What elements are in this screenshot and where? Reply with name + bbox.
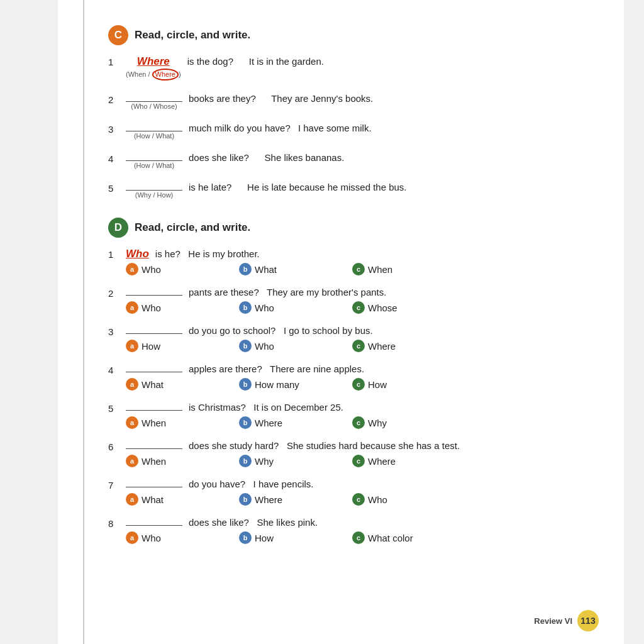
option-badge-d3-a: a (126, 340, 138, 352)
section-d: D Read, circle, and write. 1 Who is he? … (108, 218, 586, 544)
blank-d3 (126, 333, 182, 334)
option-d4-c: c How (352, 378, 465, 391)
q-sentence-d3: do you go to school? I go to school by b… (189, 325, 373, 336)
option-text-d1-a: Who (142, 264, 161, 275)
option-badge-d4-b: b (239, 378, 252, 391)
option-text-d2-a: Who (142, 303, 161, 313)
options-d8: a Who b How c What color (126, 531, 586, 544)
hint-c2: (Who / Whose) (131, 103, 177, 110)
blank-c2 (126, 101, 182, 102)
q-content-c2: (Who / Whose) books are they? They are J… (126, 93, 373, 110)
option-text-d7-c: Who (368, 494, 387, 505)
section-d-header: D Read, circle, and write. (108, 218, 586, 238)
footer-label: Review VI (534, 616, 572, 626)
q-sentence-d4: apples are there? There are nine apples. (189, 364, 364, 374)
option-badge-d6-c: c (352, 455, 365, 467)
option-d2-a: a Who (126, 301, 239, 314)
blank-area-c3: (How / What) (126, 131, 182, 140)
q-answer-c2: They are Jenny's books. (261, 93, 374, 104)
q-sentence-d8: does she like? She likes pink. (189, 517, 318, 528)
option-d2-c: c Whose (352, 301, 465, 314)
option-badge-d7-c: c (352, 493, 365, 506)
q-num-d2: 2 (108, 287, 126, 299)
option-d3-b: b Who (239, 340, 352, 352)
blank-d6 (126, 448, 182, 449)
q-row-d8: 8 does she like? She likes pink. (108, 517, 586, 529)
option-badge-d6-a: a (126, 455, 138, 467)
q-sentence-d2: pants are these? They are my brother's p… (189, 287, 386, 297)
section-d-q8: 8 does she like? She likes pink. a Who b… (108, 517, 586, 544)
section-d-q3: 3 do you go to school? I go to school by… (108, 325, 586, 352)
q-num-c2: 2 (108, 93, 126, 105)
option-badge-d5-c: c (352, 416, 365, 429)
option-text-d6-b: Why (255, 456, 274, 467)
q-sentence-d5: is Christmas? It is on December 25. (189, 402, 343, 413)
option-text-d6-a: When (142, 456, 166, 467)
blank-c4 (126, 160, 182, 161)
option-badge-d6-b: b (239, 455, 252, 467)
blank-area-c1: Where (When / Where) (126, 55, 181, 80)
q-row-d1: 1 Who is he? He is my brother. (108, 248, 586, 260)
options-d5: a When b Where c Why (126, 416, 586, 429)
blank-d8 (126, 525, 182, 526)
option-d1-a: a Who (126, 263, 239, 275)
q-row-d4: 4 apples are there? There are nine apple… (108, 364, 586, 375)
option-text-d3-c: Where (368, 341, 396, 352)
option-d7-a: a What (126, 493, 239, 506)
hint-c4: (How / What) (134, 162, 174, 169)
option-d1-b: b What (239, 263, 352, 275)
option-badge-d3-c: c (352, 340, 365, 352)
q-content-c5: (Why / How) is he late? He is late becau… (126, 182, 407, 199)
option-badge-d8-b: b (239, 531, 252, 544)
q-line-d1: Who is he? He is my brother. (126, 248, 260, 260)
q-num-d3: 3 (108, 325, 126, 337)
answer-c1: Where (137, 55, 170, 68)
q-num-c5: 5 (108, 182, 126, 194)
q-row-d7: 7 do you have? I have pencils. (108, 479, 586, 491)
option-badge-d3-b: b (239, 340, 252, 352)
hint-c5: (Why / How) (135, 191, 174, 199)
section-c-q3: 3 (How / What) much milk do you have? I … (108, 123, 586, 140)
option-d2-b: b Who (239, 301, 352, 314)
q-row-d2: 2 pants are these? They are my brother's… (108, 287, 586, 299)
option-badge-d7-b: b (239, 493, 252, 506)
blank-c5 (126, 190, 182, 191)
section-c: C Read, circle, and write. 1 Where (When… (108, 25, 586, 199)
blank-area-c4: (How / What) (126, 160, 182, 169)
q-answer-c3: I have some milk. (296, 123, 372, 133)
q-content-c3: (How / What) much milk do you have? I ha… (126, 123, 372, 140)
option-d8-b: b How (239, 531, 352, 544)
section-d-q4: 4 apples are there? There are nine apple… (108, 364, 586, 391)
option-d1-c: c When (352, 263, 465, 275)
section-c-header: C Read, circle, and write. (108, 25, 586, 45)
section-d-q2: 2 pants are these? They are my brother's… (108, 287, 586, 314)
q-content-d5: is Christmas? It is on December 25. (126, 402, 343, 413)
badge-d: D (108, 218, 128, 238)
option-text-d7-a: What (142, 494, 164, 505)
q-num-d5: 5 (108, 402, 126, 414)
badge-c: C (108, 25, 128, 45)
option-badge-d1-c: c (352, 263, 365, 275)
section-d-q6: 6 does she study hard? She studies hard … (108, 440, 586, 467)
option-text-d4-a: What (142, 379, 164, 390)
q-num-c1: 1 (108, 55, 126, 67)
section-c-q4: 4 (How / What) does she like? She likes … (108, 152, 586, 169)
q-line-c5: (Why / How) is he late? He is late becau… (126, 182, 407, 199)
q-line-d2: pants are these? They are my brother's p… (126, 287, 386, 297)
section-d-q7: 7 do you have? I have pencils. a What b … (108, 479, 586, 506)
blank-area-c2: (Who / Whose) (126, 101, 182, 110)
options-d2: a Who b Who c Whose (126, 301, 586, 314)
option-badge-d4-c: c (352, 378, 365, 391)
footer: Review VI 113 (534, 610, 599, 631)
hint-c3: (How / What) (134, 132, 174, 140)
option-badge-d5-a: a (126, 416, 138, 429)
blank-area-c5: (Why / How) (126, 190, 182, 199)
option-badge-d1-b: b (239, 263, 252, 275)
option-badge-d2-c: c (352, 301, 365, 314)
option-d6-c: c Where (352, 455, 465, 467)
q-sentence-d1: is he? He is my brother. (155, 248, 260, 259)
q-num-d1: 1 (108, 248, 126, 260)
q-num-d6: 6 (108, 440, 126, 452)
option-text-d8-b: How (255, 533, 274, 543)
option-text-d5-c: Why (368, 418, 387, 428)
